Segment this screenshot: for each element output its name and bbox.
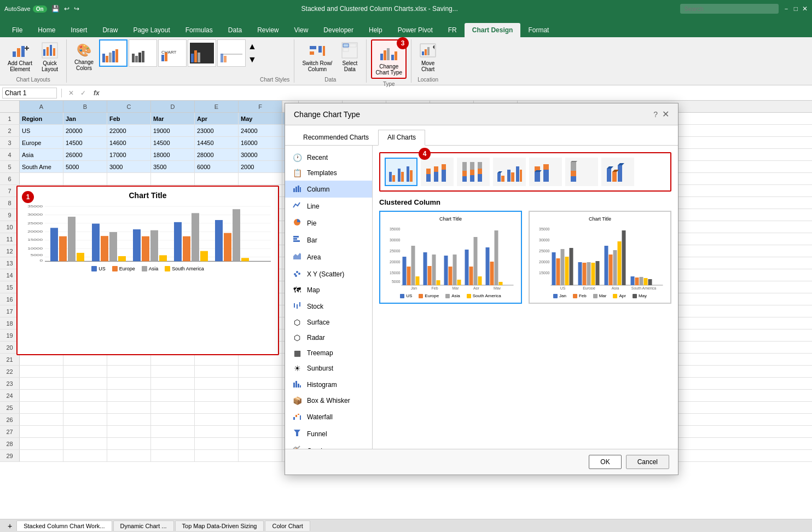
subtype-3d-stacked[interactable] [529, 158, 562, 186]
table-cell[interactable] [107, 426, 151, 437]
search-input[interactable] [680, 4, 779, 14]
table-cell[interactable] [20, 402, 63, 413]
table-cell[interactable] [20, 438, 63, 449]
chart-style-1[interactable] [99, 39, 127, 67]
table-cell[interactable] [107, 354, 151, 365]
chart-style-4[interactable] [188, 39, 216, 67]
table-cell[interactable]: 14500 [63, 137, 107, 148]
table-cell[interactable]: Jan [63, 113, 107, 124]
tab-draw[interactable]: Draw [95, 23, 125, 37]
table-cell[interactable] [151, 173, 195, 184]
table-cell[interactable] [195, 173, 239, 184]
col-header-A[interactable]: A [20, 101, 63, 112]
subtype-stacked-column[interactable] [421, 158, 454, 186]
table-cell[interactable] [151, 354, 195, 365]
table-cell[interactable] [239, 354, 282, 365]
table-cell[interactable] [151, 450, 195, 461]
table-cell[interactable] [20, 450, 63, 461]
table-cell[interactable]: 24000 [239, 125, 282, 136]
table-cell[interactable]: 6000 [195, 161, 239, 172]
chart-type-templates[interactable]: 📋 Templates [285, 165, 372, 181]
table-cell[interactable]: South Ame [20, 161, 63, 172]
subtype-clustered-column[interactable] [385, 158, 417, 186]
change-chart-type-button[interactable]: ChangeChart Type 3 [371, 39, 407, 79]
tab-data[interactable]: Data [221, 23, 250, 37]
table-cell[interactable] [239, 173, 282, 184]
save-icon[interactable]: 💾 [51, 5, 60, 13]
chart-type-treemap[interactable]: ▦ Treemap [285, 345, 372, 361]
confirm-formula-icon[interactable]: ✓ [78, 89, 88, 97]
tab-power-pivot[interactable]: Power Pivot [390, 23, 440, 37]
chart-type-stock[interactable]: Stock [285, 298, 372, 315]
table-cell[interactable] [20, 390, 63, 401]
fx-button[interactable]: fx [90, 89, 103, 97]
table-cell[interactable] [151, 414, 195, 425]
table-cell[interactable] [239, 414, 282, 425]
table-cell[interactable] [63, 378, 107, 389]
table-cell[interactable] [20, 366, 63, 377]
tab-fr[interactable]: FR [440, 23, 465, 37]
modal-close-button[interactable]: ✕ [662, 109, 669, 119]
table-cell[interactable] [151, 426, 195, 437]
chart-type-histogram[interactable]: Histogram [285, 376, 372, 393]
table-cell[interactable] [195, 378, 239, 389]
table-cell[interactable] [63, 354, 107, 365]
switch-row-column-button[interactable]: Switch Row/Column [299, 39, 335, 74]
subtype-100-stacked-column[interactable] [457, 158, 490, 186]
table-cell[interactable] [107, 173, 151, 184]
table-cell[interactable] [63, 366, 107, 377]
table-cell[interactable] [239, 438, 282, 449]
table-cell[interactable]: Europe [20, 137, 63, 148]
table-cell[interactable]: Region [20, 113, 63, 124]
select-data-button[interactable]: SelectData [338, 39, 362, 74]
tab-file[interactable]: File [4, 23, 30, 37]
tab-insert[interactable]: Insert [63, 23, 95, 37]
table-cell[interactable] [195, 402, 239, 413]
chart-area[interactable]: 1 Chart Title 35000 30000 25000 20000 15… [16, 186, 279, 355]
chart-type-area[interactable]: Area [285, 248, 372, 265]
formula-input[interactable] [105, 89, 810, 97]
table-cell[interactable]: 14600 [107, 137, 151, 148]
table-cell[interactable] [20, 414, 63, 425]
table-cell[interactable] [195, 438, 239, 449]
ok-button[interactable]: OK [589, 455, 621, 469]
table-cell[interactable] [195, 354, 239, 365]
tab-developer[interactable]: Developer [316, 23, 361, 37]
table-cell[interactable] [107, 450, 151, 461]
table-cell[interactable] [63, 390, 107, 401]
table-cell[interactable]: 26000 [63, 149, 107, 160]
chart-styles-scroll-up[interactable]: ▲ [247, 41, 258, 53]
table-cell[interactable] [239, 378, 282, 389]
table-cell[interactable] [195, 366, 239, 377]
chart-preview-by-region[interactable]: Chart Title 35000 30000 25000 20000 1500… [529, 211, 671, 304]
table-cell[interactable] [107, 390, 151, 401]
table-cell[interactable] [63, 450, 107, 461]
name-box[interactable] [2, 88, 57, 99]
table-cell[interactable]: 18000 [151, 149, 195, 160]
table-cell[interactable] [239, 450, 282, 461]
table-cell[interactable] [195, 450, 239, 461]
table-cell[interactable] [195, 426, 239, 437]
change-colors-button[interactable]: 🎨 ChangeColors [71, 39, 97, 73]
maximize-icon[interactable]: □ [794, 5, 798, 13]
table-cell[interactable]: 20000 [63, 125, 107, 136]
table-cell[interactable] [63, 173, 107, 184]
table-cell[interactable] [151, 390, 195, 401]
table-cell[interactable]: 17000 [107, 149, 151, 160]
table-cell[interactable] [107, 414, 151, 425]
table-cell[interactable] [239, 366, 282, 377]
table-cell[interactable]: 16000 [239, 137, 282, 148]
chart-type-surface[interactable]: ⬡ Surface [285, 315, 372, 330]
subtype-3d-100-stacked[interactable] [565, 158, 598, 186]
subtype-3d-column[interactable] [601, 158, 634, 186]
col-header-D[interactable]: D [151, 101, 195, 112]
modal-help-button[interactable]: ? [649, 110, 662, 119]
cancel-button[interactable]: Cancel [626, 455, 669, 469]
table-cell[interactable] [63, 426, 107, 437]
table-cell[interactable] [20, 378, 63, 389]
tab-formulas[interactable]: Formulas [178, 23, 221, 37]
table-cell[interactable] [20, 173, 63, 184]
table-cell[interactable] [239, 426, 282, 437]
table-cell[interactable] [107, 402, 151, 413]
table-cell[interactable]: 30000 [239, 149, 282, 160]
